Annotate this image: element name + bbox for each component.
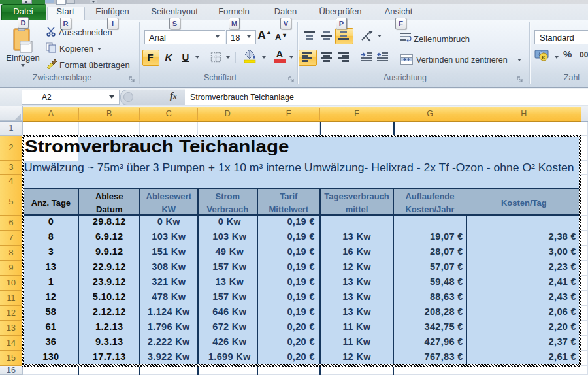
svg-text:€: € bbox=[542, 54, 545, 61]
